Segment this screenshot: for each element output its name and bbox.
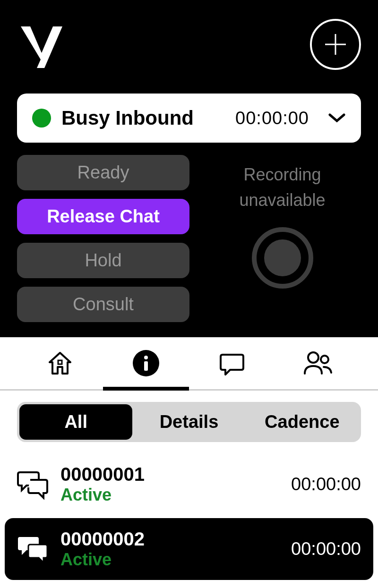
status-timer: 00:00:00 xyxy=(235,108,309,128)
release-chat-button[interactable]: Release Chat xyxy=(17,199,189,234)
consult-button[interactable]: Consult xyxy=(17,287,189,322)
sub-tab-cadence[interactable]: Cadence xyxy=(246,404,359,440)
svg-point-7 xyxy=(321,356,328,363)
sub-tabs: All Details Cadence xyxy=(17,402,361,442)
status-indicator-dot xyxy=(32,109,51,128)
svg-rect-2 xyxy=(58,360,62,364)
chat-bubbles-icon xyxy=(17,534,50,564)
ready-button[interactable]: Ready xyxy=(17,155,189,190)
list-item-info: 00000002 Active xyxy=(60,528,281,570)
hold-button[interactable]: Hold xyxy=(17,243,189,278)
sub-tab-all[interactable]: All xyxy=(19,404,132,440)
chat-icon xyxy=(218,349,246,377)
status-bar[interactable]: Busy Inbound 00:00:00 xyxy=(17,94,361,143)
sub-tab-details[interactable]: Details xyxy=(132,404,245,440)
info-icon xyxy=(132,349,160,377)
nav-tab-people[interactable] xyxy=(275,337,361,389)
nav-tab-chat[interactable] xyxy=(189,337,275,389)
list-item-status: Active xyxy=(60,550,281,570)
chat-bubbles-icon xyxy=(17,469,50,500)
svg-point-6 xyxy=(308,352,318,363)
record-button[interactable] xyxy=(252,227,313,289)
recording-panel: Recording unavailable xyxy=(204,155,361,322)
svg-point-4 xyxy=(144,356,148,359)
record-icon xyxy=(264,239,301,276)
top-panel: Busy Inbound 00:00:00 Ready Release Chat… xyxy=(0,0,378,337)
bottom-panel: All Details Cadence 00000001 Active 00:0… xyxy=(0,337,378,580)
header-row xyxy=(17,19,361,70)
list-item[interactable]: 00000002 Active 00:00:00 xyxy=(5,518,373,580)
status-label: Busy Inbound xyxy=(61,107,225,129)
list-item-id: 00000002 xyxy=(60,528,281,550)
chevron-down-icon xyxy=(328,113,346,123)
controls-row: Ready Release Chat Hold Consult Recordin… xyxy=(17,155,361,322)
home-icon xyxy=(46,349,74,377)
list-item-status: Active xyxy=(60,485,281,505)
interaction-list: 00000001 Active 00:00:00 00000002 Active… xyxy=(0,453,378,580)
action-buttons: Ready Release Chat Hold Consult xyxy=(17,155,189,322)
list-item-info: 00000001 Active xyxy=(60,464,281,505)
add-button[interactable] xyxy=(310,19,361,70)
people-icon xyxy=(303,349,333,377)
list-item-time: 00:00:00 xyxy=(291,539,361,559)
app-logo xyxy=(17,21,64,68)
list-item[interactable]: 00000001 Active 00:00:00 xyxy=(5,453,373,515)
nav-tab-home[interactable] xyxy=(17,337,103,389)
recording-status-text: Recording unavailable xyxy=(204,162,361,213)
nav-tabs xyxy=(0,337,378,391)
svg-rect-5 xyxy=(144,361,148,371)
plus-icon xyxy=(322,31,349,58)
list-item-time: 00:00:00 xyxy=(291,474,361,494)
list-item-id: 00000001 xyxy=(60,464,281,485)
nav-tab-info[interactable] xyxy=(103,337,189,389)
